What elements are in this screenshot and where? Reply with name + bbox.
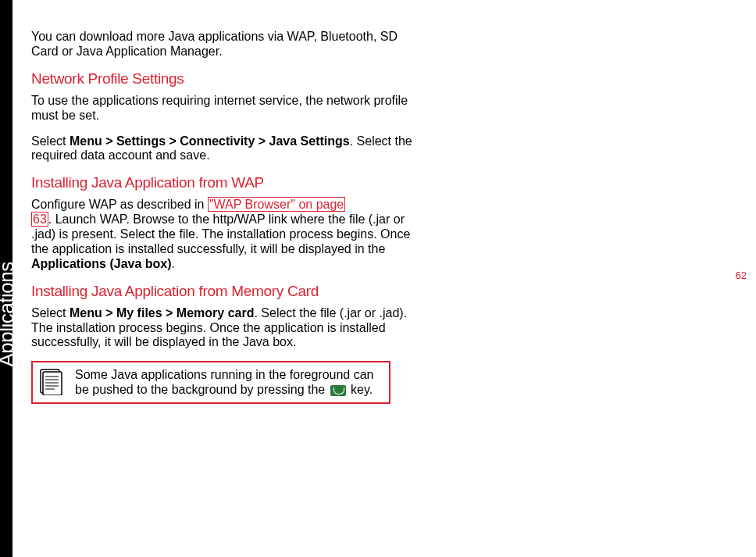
text-fragment: . bbox=[172, 257, 175, 270]
heading-install-memory: Installing Java Application from Memory … bbox=[31, 283, 422, 300]
svg-rect-1 bbox=[43, 372, 62, 395]
network-profile-p2: Select Menu > Settings > Connectivity > … bbox=[31, 134, 422, 164]
link-text-part2: 63 bbox=[33, 212, 47, 226]
install-wap-p1: Configure WAP as described in "WAP Brows… bbox=[31, 198, 422, 271]
heading-install-wap: Installing Java Application from WAP bbox=[31, 174, 422, 191]
heading-network-profile: Network Profile Settings bbox=[31, 70, 422, 87]
main-content: You can download more Java applications … bbox=[31, 30, 422, 404]
note-text: Some Java applications running in the fo… bbox=[75, 367, 384, 397]
intro-paragraph: You can download more Java applications … bbox=[31, 30, 422, 59]
install-memory-p1: Select Menu > My files > Memory card. Se… bbox=[31, 306, 422, 351]
sidebar-chapter-label: Applications bbox=[0, 262, 19, 366]
bold-applications-javabox: Applications (Java box) bbox=[31, 257, 172, 270]
link-text-part1: "WAP Browser" on page bbox=[209, 198, 344, 211]
text-fragment: Configure WAP as described in bbox=[31, 198, 208, 211]
network-profile-p1: To use the applications requiring intern… bbox=[31, 94, 422, 123]
cross-reference-link-page[interactable]: 63 bbox=[31, 212, 48, 227]
note-icon bbox=[37, 367, 67, 397]
note-box: Some Java applications running in the fo… bbox=[31, 361, 390, 403]
menu-path-java-settings: Menu > Settings > Connectivity > Java Se… bbox=[70, 134, 350, 148]
call-key-icon bbox=[330, 385, 346, 396]
text-fragment: Select bbox=[31, 134, 70, 148]
menu-path-memory-card: Menu > My files > Memory card bbox=[70, 306, 255, 320]
note-text-part2: key. bbox=[348, 383, 373, 396]
note-text-part1: Some Java applications running in the fo… bbox=[75, 368, 373, 396]
cross-reference-link[interactable]: "WAP Browser" on page bbox=[208, 197, 345, 212]
text-fragment: Select bbox=[31, 306, 70, 320]
text-fragment: . Launch WAP. Browse to the http/WAP lin… bbox=[31, 212, 410, 255]
page-number: 62 bbox=[736, 270, 747, 281]
